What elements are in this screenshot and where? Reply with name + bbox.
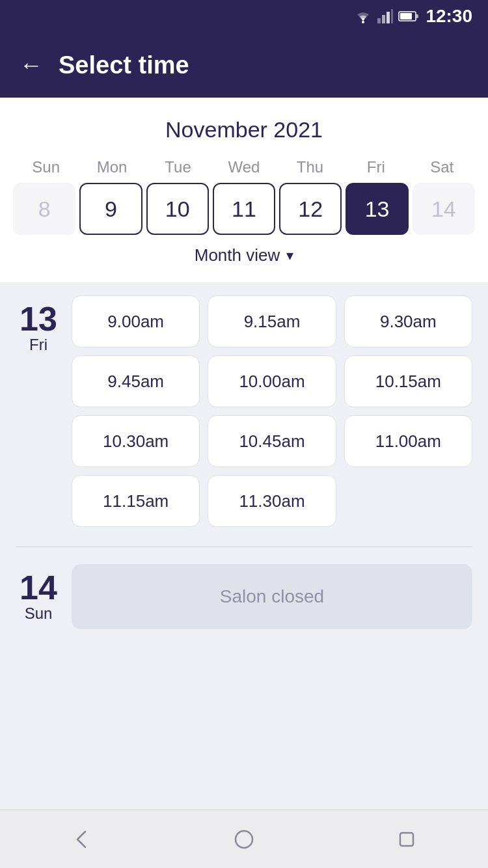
time-slot-1130[interactable]: 11.30am [208, 475, 336, 527]
nav-back-button[interactable] [65, 823, 98, 856]
month-year-label: November 2021 [13, 117, 475, 142]
calendar-section: November 2021 Sun Mon Tue Wed Thu Fri Sa… [0, 98, 488, 282]
time-slot-900[interactable]: 9.00am [72, 295, 200, 347]
cal-day-14[interactable]: 14 [413, 183, 475, 235]
day-number-13: 13 [20, 302, 57, 336]
status-time: 12:30 [426, 6, 472, 27]
day-label-13: 13 Fri [16, 295, 61, 527]
time-slot-1000[interactable]: 10.00am [208, 355, 336, 407]
battery-icon [398, 10, 419, 23]
time-slot-1100[interactable]: 11.00am [344, 415, 472, 467]
day-name-14: Sun [25, 604, 53, 623]
day-name-13: Fri [29, 336, 47, 354]
time-slot-915[interactable]: 9.15am [208, 295, 336, 347]
cal-day-13[interactable]: 13 [346, 183, 408, 235]
cal-day-12[interactable]: 12 [279, 183, 342, 235]
back-nav-icon [70, 828, 93, 851]
day-label-14: 14 Sun [16, 564, 61, 629]
day-block-14: 14 Sun Salon closed [16, 564, 472, 629]
time-slot-1115[interactable]: 11.15am [72, 475, 200, 527]
bottom-nav [0, 809, 488, 868]
time-slot-1015[interactable]: 10.15am [344, 355, 472, 407]
recents-nav-icon [395, 828, 418, 851]
time-slot-945[interactable]: 9.45am [72, 355, 200, 407]
back-button[interactable]: ← [20, 53, 43, 77]
time-grid-13: 9.00am 9.15am 9.30am 9.45am 10.00am 10.1… [72, 295, 472, 527]
time-slot-1030[interactable]: 10.30am [72, 415, 200, 467]
svg-rect-2 [382, 15, 385, 23]
time-slot-930[interactable]: 9.30am [344, 295, 472, 347]
svg-point-0 [362, 21, 364, 23]
svg-rect-1 [377, 18, 381, 23]
app-header: ← Select time [0, 33, 488, 98]
wifi-icon [354, 9, 372, 23]
time-slot-1045[interactable]: 10.45am [208, 415, 336, 467]
weekday-fri: Fri [343, 158, 409, 176]
nav-recents-button[interactable] [390, 823, 423, 856]
calendar-row: 8 9 10 11 12 13 14 [13, 183, 475, 235]
cal-day-8[interactable]: 8 [13, 183, 75, 235]
svg-point-8 [236, 831, 252, 848]
svg-rect-7 [400, 13, 412, 20]
month-view-label: Month view [195, 245, 280, 265]
cal-day-11[interactable]: 11 [213, 183, 275, 235]
status-bar: 12:30 [0, 0, 488, 33]
chevron-down-icon: ▾ [286, 247, 293, 264]
weekday-tue: Tue [145, 158, 211, 176]
weekday-mon: Mon [79, 158, 144, 176]
day-block-13: 13 Fri 9.00am 9.15am 9.30am 9.45am 10.00… [16, 295, 472, 527]
page-title: Select time [59, 51, 189, 79]
weekday-wed: Wed [211, 158, 277, 176]
home-nav-icon [232, 828, 256, 851]
time-section: 13 Fri 9.00am 9.15am 9.30am 9.45am 10.00… [0, 282, 488, 809]
cal-day-10[interactable]: 10 [146, 183, 209, 235]
closed-message: Salon closed [72, 564, 472, 629]
nav-home-button[interactable] [228, 823, 260, 856]
weekday-thu: Thu [277, 158, 343, 176]
svg-rect-4 [391, 9, 393, 23]
weekday-headers: Sun Mon Tue Wed Thu Fri Sat [13, 158, 475, 176]
weekday-sun: Sun [13, 158, 79, 176]
svg-rect-3 [386, 12, 390, 23]
weekday-sat: Sat [409, 158, 475, 176]
signal-icon [377, 9, 393, 23]
svg-rect-9 [400, 833, 413, 846]
cal-day-9[interactable]: 9 [79, 183, 142, 235]
day-number-14: 14 [20, 571, 57, 604]
month-view-toggle[interactable]: Month view ▾ [13, 235, 475, 269]
day-divider [16, 547, 472, 547]
svg-rect-6 [416, 14, 418, 18]
status-icons [354, 9, 419, 23]
